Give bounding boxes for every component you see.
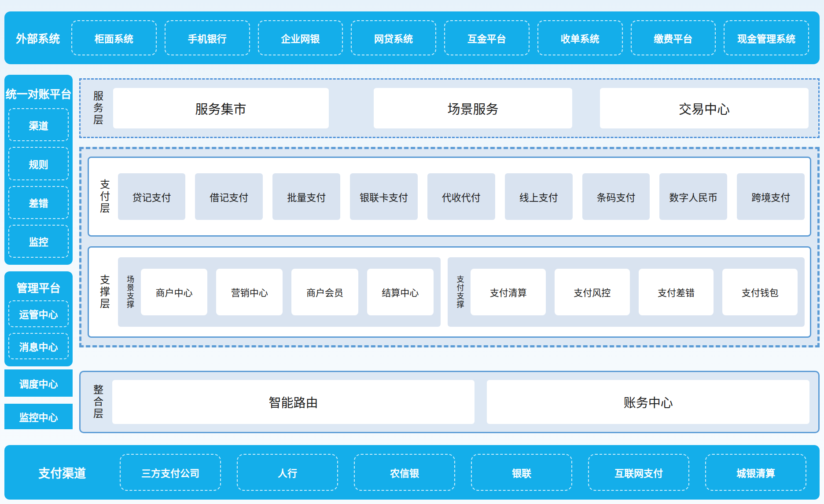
- payment-support-group: 支付支撑 支付清算 支付风控 支付差错 支付钱包: [448, 257, 805, 327]
- payment-layer-section: 支付层 贷记支付 借记支付 批量支付 银联卡支付 代收代付 线上支付 条码支付 …: [88, 157, 811, 237]
- payment-item-debit: 借记支付: [195, 173, 263, 220]
- external-systems-banner: 外部系统 柜面系统 手机银行 企业网银 网贷系统 互金平台 收单系统 缴费平台 …: [4, 11, 820, 64]
- management-item-operations-center: 运管中心: [8, 300, 69, 327]
- service-box-service-market: 服务集市: [113, 88, 329, 128]
- channel-item-third-party: 三方支付公司: [120, 454, 221, 491]
- support-layer-label: 支撑层: [98, 274, 110, 310]
- external-systems-items: 柜面系统 手机银行 企业网银 网贷系统 互金平台 收单系统 缴费平台 现金管理系…: [71, 20, 809, 55]
- channel-item-rural-credit: 农信银: [354, 454, 455, 491]
- integration-layer-label: 整合层: [91, 384, 103, 420]
- payment-item-unionpay-card: 银联卡支付: [350, 173, 418, 220]
- payment-item-online: 线上支付: [505, 173, 573, 220]
- reconciliation-item-channel: 渠道: [8, 108, 69, 141]
- support-card-payment-wallet: 支付钱包: [722, 269, 798, 315]
- external-system-item-internet-finance: 互金平台: [444, 20, 530, 55]
- payment-support-label: 支付支撑: [455, 275, 464, 309]
- channel-item-internet-payment: 互联网支付: [588, 454, 689, 491]
- scenario-support-cards: 商户中心 营销中心 商户会员 结算中心: [141, 269, 434, 315]
- reconciliation-item-monitoring: 监控: [8, 225, 69, 258]
- payment-support-cards: 支付清算 支付风控 支付差错 支付钱包: [471, 269, 798, 315]
- integration-layer-boxes: 智能路由 账务中心: [112, 380, 809, 424]
- service-layer-section: 服务层 服务集市 场景服务 交易中心: [79, 78, 820, 138]
- reconciliation-item-rules: 规则: [8, 147, 69, 180]
- external-system-item-counter: 柜面系统: [71, 20, 157, 55]
- scenario-support-label: 场景支撑: [125, 275, 134, 309]
- payment-layer-label: 支付层: [98, 179, 110, 215]
- integration-box-accounting-center: 账务中心: [487, 380, 809, 424]
- payment-layer-items: 贷记支付 借记支付 批量支付 银联卡支付 代收代付 线上支付 条码支付 数字人民…: [118, 173, 805, 220]
- integration-box-smart-routing: 智能路由: [112, 380, 475, 424]
- management-platform-items: 运管中心 消息中心: [4, 300, 73, 366]
- service-layer-boxes: 服务集市 场景服务 交易中心: [113, 88, 809, 128]
- payment-item-barcode: 条码支付: [582, 173, 650, 220]
- scheduling-center-block: 调度中心: [4, 369, 73, 397]
- external-systems-title: 外部系统: [4, 30, 71, 46]
- management-platform-title: 管理平台: [4, 279, 73, 295]
- core-layers-wrapper: 支付层 贷记支付 借记支付 批量支付 银联卡支付 代收代付 线上支付 条码支付 …: [79, 147, 820, 347]
- scenario-support-group: 场景支撑 商户中心 营销中心 商户会员 结算中心: [118, 257, 441, 327]
- external-system-item-cash-management: 现金管理系统: [724, 20, 809, 55]
- payment-item-cross-border: 跨境支付: [737, 173, 805, 220]
- external-system-item-online-loan: 网贷系统: [351, 20, 436, 55]
- payment-channels-title: 支付渠道: [4, 464, 120, 481]
- reconciliation-platform-items: 渠道 规则 差错 监控: [4, 108, 73, 265]
- support-layer-section: 支撑层 场景支撑 商户中心 营销中心 商户会员 结算中心 支付支撑 支付清算 支…: [88, 246, 811, 338]
- channel-item-city-bank-clearing: 城银清算: [705, 454, 806, 491]
- support-card-merchant-members: 商户会员: [291, 269, 358, 315]
- support-card-payment-clearing: 支付清算: [471, 269, 546, 315]
- support-layer-groups: 场景支撑 商户中心 营销中心 商户会员 结算中心 支付支撑 支付清算 支付风控 …: [118, 257, 805, 327]
- support-card-marketing-center: 营销中心: [216, 269, 283, 315]
- management-item-message-center: 消息中心: [8, 333, 69, 360]
- payment-architecture-diagram: 外部系统 柜面系统 手机银行 企业网银 网贷系统 互金平台 收单系统 缴费平台 …: [0, 0, 824, 504]
- payment-channels-banner: 支付渠道 三方支付公司 人行 农信银 银联 互联网支付 城银清算: [4, 445, 820, 500]
- external-system-item-corporate-ebank: 企业网银: [258, 20, 343, 55]
- integration-layer-section: 整合层 智能路由 账务中心: [79, 371, 820, 433]
- reconciliation-platform-title: 统一对账平台: [4, 85, 73, 101]
- support-card-payment-errors: 支付差错: [639, 269, 714, 315]
- payment-item-batch: 批量支付: [272, 173, 340, 220]
- channel-item-unionpay: 银联: [471, 454, 572, 491]
- support-card-merchant-center: 商户中心: [141, 269, 207, 315]
- support-card-payment-risk-control: 支付风控: [555, 269, 630, 315]
- reconciliation-item-errors: 差错: [8, 186, 69, 219]
- channel-item-pboc: 人行: [237, 454, 338, 491]
- payment-item-collection-agency: 代收代付: [427, 173, 495, 220]
- payment-channels-items: 三方支付公司 人行 农信银 银联 互联网支付 城银清算: [120, 454, 806, 491]
- service-layer-label: 服务层: [91, 91, 103, 126]
- service-box-scenario-service: 场景服务: [374, 88, 572, 128]
- external-system-item-bill-payment: 缴费平台: [631, 20, 716, 55]
- reconciliation-platform-block: 统一对账平台 渠道 规则 差错 监控: [4, 75, 73, 265]
- external-system-item-mobile-banking: 手机银行: [165, 20, 250, 55]
- payment-item-digital-rmb: 数字人民币: [659, 173, 727, 220]
- management-platform-block: 管理平台 运管中心 消息中心: [4, 271, 73, 366]
- payment-item-credit: 贷记支付: [118, 173, 186, 220]
- external-system-item-acquiring: 收单系统: [537, 20, 623, 55]
- support-card-settlement-center: 结算中心: [367, 269, 434, 315]
- monitoring-center-block: 监控中心: [4, 404, 73, 429]
- service-box-transaction-center: 交易中心: [600, 88, 809, 128]
